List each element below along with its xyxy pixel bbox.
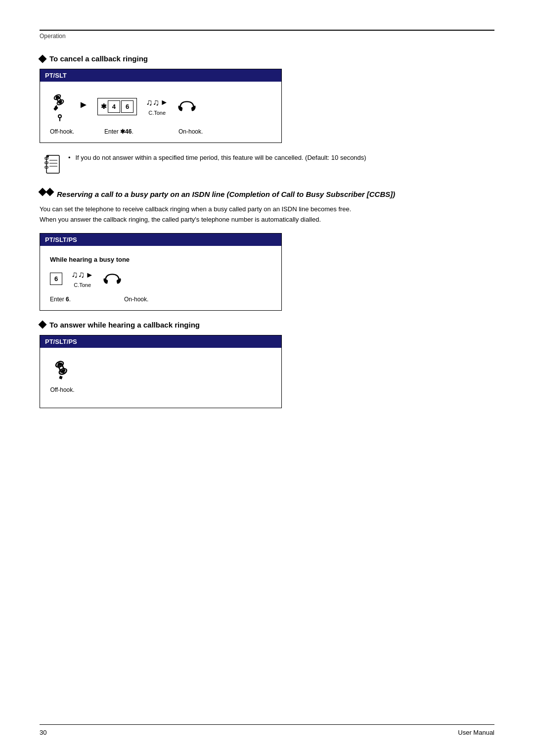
page: Operation To cancel a callback ringing P…	[0, 0, 534, 458]
step-onhook-2	[102, 269, 122, 289]
onhook-phone-icon	[177, 96, 197, 116]
section3-box: PT/SLT/PS Off-hook.	[40, 335, 282, 408]
notebook-svg-icon	[44, 155, 61, 174]
section2-steps-row: 6 ♫♫ ► C.Tone	[50, 269, 271, 289]
double-diamond-icon	[40, 189, 53, 195]
page-number: 30	[40, 729, 46, 736]
svg-point-12	[47, 155, 49, 157]
note-icon	[44, 155, 61, 175]
key-6-box: 6	[50, 273, 62, 285]
while-hearing-text: While hearing a busy tone	[50, 256, 271, 263]
svg-marker-18	[58, 375, 64, 380]
top-rule	[40, 30, 494, 31]
onhook-phone-icon-2	[102, 269, 122, 289]
section3-box-body: Off-hook.	[40, 348, 281, 408]
section2-box-header: PT/SLT/PS	[40, 234, 281, 246]
bottom-rule	[40, 724, 494, 725]
diamond-icon-3	[39, 321, 47, 329]
note-content: • If you do not answer within a specifie…	[68, 153, 366, 163]
key-6: 6	[121, 100, 134, 113]
step-tone-2: ♫♫ ► C.Tone	[71, 270, 93, 288]
arrow1: ►	[79, 103, 89, 110]
ctone-label-1: C.Tone	[148, 110, 166, 116]
offhook-phone-icon	[50, 92, 70, 111]
offhook-phone-icon-3	[50, 358, 75, 382]
ctone-label-2: C.Tone	[74, 282, 91, 288]
section1-step-labels: Off-hook. Enter ✱46. On-hook.	[50, 128, 271, 135]
section3-steps-row: Off-hook.	[50, 358, 271, 393]
step-offhook	[50, 92, 70, 121]
label-offhook-3: Off-hook.	[50, 386, 74, 393]
key-sequence-box: ✱ 4 6	[97, 98, 137, 115]
step-key-6: 6	[50, 273, 62, 285]
note-text: If you do not answer within a specified …	[75, 154, 366, 161]
section1-box-body: ► ✱ 4 6 ♫♫ ► C.Tone	[40, 82, 281, 142]
key-star: ✱	[101, 102, 107, 110]
manual-label: User Manual	[458, 729, 494, 736]
label-onhook-1: On-hook.	[169, 128, 203, 135]
step-onhook	[177, 96, 197, 116]
section2-box-body: While hearing a busy tone 6 ♫♫ ► C.Tone	[40, 246, 281, 310]
section2-desc: You can set the telephone to receive cal…	[40, 204, 494, 225]
section1-title: To cancel a callback ringing	[40, 54, 494, 63]
label-onhook-2: On-hook.	[99, 296, 148, 303]
label-enter-6: Enter 6.	[50, 296, 99, 303]
diamond-icon	[39, 54, 47, 63]
step-offhook-3: Off-hook.	[50, 358, 75, 393]
breadcrumb: Operation	[40, 33, 494, 40]
svg-rect-5	[46, 155, 59, 173]
key-4: 4	[108, 100, 120, 113]
step-tone-1: ♫♫ ► C.Tone	[146, 97, 168, 116]
section1-box-header: PT/SLT	[40, 69, 281, 82]
section2-title: Reserving a call to a busy party on an I…	[40, 189, 494, 199]
section1-steps-row: ► ✱ 4 6 ♫♫ ► C.Tone	[50, 92, 271, 121]
note-box: • If you do not answer within a specifie…	[40, 153, 494, 175]
label-enter-star46: Enter ✱46.	[89, 128, 169, 135]
section2-box: PT/SLT/PS While hearing a busy tone 6 ♫♫…	[40, 233, 282, 311]
step-key-sequence: ✱ 4 6	[97, 98, 137, 115]
bottom-area: 30 User Manual	[0, 724, 534, 736]
section2-step-labels: Enter 6. On-hook.	[50, 296, 271, 303]
bottom-labels: 30 User Manual	[40, 729, 494, 736]
section3-title: To answer while hearing a callback ringi…	[40, 321, 494, 329]
label-offhook-1: Off-hook.	[50, 128, 89, 135]
section1-box: PT/SLT	[40, 69, 282, 143]
section3-box-header: PT/SLT/PS	[40, 335, 281, 348]
